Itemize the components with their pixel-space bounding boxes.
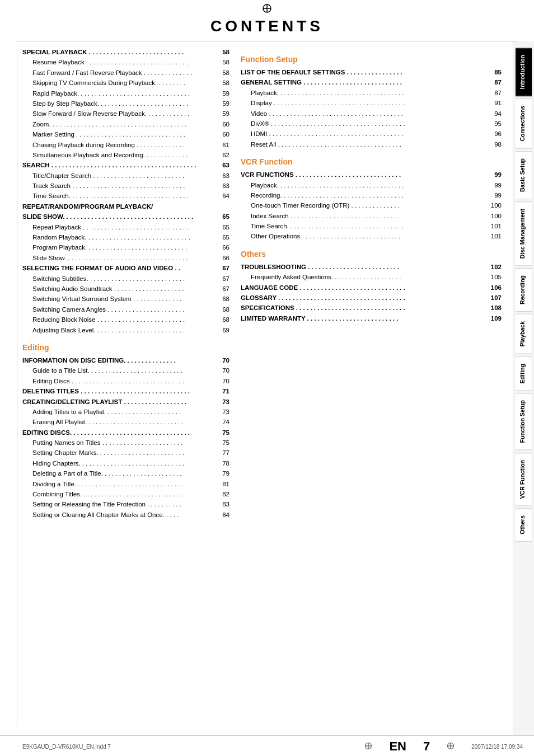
toc-entry: VCR FUNCTIONS . . . . . . . . . . . . . … <box>241 170 502 180</box>
toc-entry: Hiding Chapters. . . . . . . . . . . . .… <box>22 458 229 468</box>
toc-entry-page: 98 <box>485 139 502 149</box>
toc-entry-page: 78 <box>213 458 229 468</box>
toc-entry-title: GENERAL SETTING . . . . . . . . . . . . … <box>241 77 485 87</box>
toc-entry-title: Time Search. . . . . . . . . . . . . . .… <box>251 221 485 231</box>
toc-entry: Adding Titles to a Playlist. . . . . . .… <box>22 407 229 417</box>
toc-entry-page: 67 <box>213 263 229 273</box>
toc-entry-title: Dividing a Title. . . . . . . . . . . . … <box>32 479 213 489</box>
toc-entry-page: 75 <box>213 438 229 448</box>
toc-entry: Adjusting Black Level. . . . . . . . . .… <box>22 325 229 335</box>
toc-entry-title: Repeat Playback . . . . . . . . . . . . … <box>32 222 213 232</box>
toc-entry-title: Setting or Releasing the Title Protectio… <box>32 499 213 509</box>
toc-entry: Index Search . . . . . . . . . . . . . .… <box>241 211 502 221</box>
toc-entry: SEARCH . . . . . . . . . . . . . . . . .… <box>22 160 229 170</box>
toc-entry-page: 58 <box>213 78 229 88</box>
toc-entry-page: 108 <box>485 303 502 313</box>
toc-entry: TROUBLESHOOTING . . . . . . . . . . . . … <box>241 262 502 272</box>
toc-entry-title: Adding Titles to a Playlist. . . . . . .… <box>32 407 213 417</box>
toc-entry-page: 67 <box>213 274 229 284</box>
toc-entry-title: Resume Playback . . . . . . . . . . . . … <box>32 57 213 67</box>
toc-entry: Other Operations . . . . . . . . . . . .… <box>241 231 502 241</box>
toc-entry: Combining Titles. . . . . . . . . . . . … <box>22 489 229 499</box>
toc-entry: Time Search. . . . . . . . . . . . . . .… <box>22 191 229 201</box>
toc-entry-page: 73 <box>213 407 229 417</box>
toc-entry: Title/Chapter Search . . . . . . . . . .… <box>22 171 229 181</box>
toc-entry: CREATING/DELETING PLAYLIST . . . . . . .… <box>22 397 229 407</box>
toc-entry-title: Index Search . . . . . . . . . . . . . .… <box>251 211 485 221</box>
page-number: 7 <box>423 739 430 754</box>
toc-entry-page: 68 <box>213 294 229 304</box>
toc-entry: Playback. . . . . . . . . . . . . . . . … <box>241 180 502 190</box>
toc-entry-page: 66 <box>213 253 229 263</box>
toc-entry-title: TROUBLESHOOTING . . . . . . . . . . . . … <box>241 262 485 272</box>
toc-entry-title: Title/Chapter Search . . . . . . . . . .… <box>32 171 213 181</box>
toc-entry: DivX® . . . . . . . . . . . . . . . . . … <box>241 119 502 129</box>
toc-entry: Switching Subtitles. . . . . . . . . . .… <box>22 274 229 284</box>
toc-entry: Setting or Clearing All Chapter Marks at… <box>22 510 229 520</box>
toc-entry-title: SELECTING THE FORMAT OF AUDIO AND VIDEO … <box>22 263 213 273</box>
toc-entry: Switching Virtual Surround System . . . … <box>22 294 229 304</box>
sidebar-tab-function-setup[interactable]: Function Setup <box>516 393 532 450</box>
toc-entry-page: 99 <box>485 190 502 200</box>
sidebar-tab-playback[interactable]: Playback <box>516 314 532 354</box>
sidebar-tab-others[interactable]: Others <box>516 508 532 542</box>
toc-entry-title: Slide Show. . . . . . . . . . . . . . . … <box>32 253 213 263</box>
toc-entry-title: Putting Names on Titles . . . . . . . . … <box>32 438 213 448</box>
footer-right: EN 7 2007/12/18 17:09:34 <box>364 739 523 754</box>
toc-entry-title: Zoom. . . . . . . . . . . . . . . . . . … <box>32 119 213 129</box>
section-header: Function Setup <box>241 55 502 64</box>
toc-entry-title: Random Playback. . . . . . . . . . . . .… <box>32 232 213 242</box>
toc-entry-page: 65 <box>213 232 229 242</box>
toc-entry: Guide to a Title List. . . . . . . . . .… <box>22 365 229 375</box>
toc-entry-page: 74 <box>213 417 229 427</box>
toc-entry-title: Program Playback. . . . . . . . . . . . … <box>32 242 213 252</box>
toc-entry-page: 102 <box>485 262 502 272</box>
toc-entry-title: LANGUAGE CODE . . . . . . . . . . . . . … <box>241 283 485 293</box>
toc-entry-title: Rapid Playback. . . . . . . . . . . . . … <box>32 88 213 98</box>
sidebar-tab-disc-management[interactable]: Disc Management <box>516 201 532 266</box>
toc-entry-page: 61 <box>213 140 229 150</box>
toc-entry-page: 66 <box>213 242 229 252</box>
toc-entry: GENERAL SETTING . . . . . . . . . . . . … <box>241 77 502 87</box>
toc-entry-page: 70 <box>213 365 229 375</box>
toc-entry: GLOSSARY . . . . . . . . . . . . . . . .… <box>241 293 502 303</box>
sidebar-tab-connections[interactable]: Connections <box>516 98 532 149</box>
bottom-compass-right <box>447 742 455 751</box>
toc-entry-page: 100 <box>485 200 502 210</box>
toc-entry-title: Reset All . . . . . . . . . . . . . . . … <box>251 139 485 149</box>
sidebar-tabs: IntroductionConnectionsBasic SetupDisc M… <box>513 41 534 735</box>
sidebar-tab-recording[interactable]: Recording <box>516 268 532 312</box>
sidebar-tab-basic-setup[interactable]: Basic Setup <box>516 151 532 199</box>
main-content: SPECIAL PLAYBACK . . . . . . . . . . . .… <box>0 41 534 735</box>
toc-entry-page: 94 <box>485 109 502 119</box>
sidebar-tab-editing[interactable]: Editing <box>516 356 532 391</box>
sidebar-tab-introduction[interactable]: Introduction <box>516 48 532 96</box>
toc-entry-title: LIMITED WARRANTY . . . . . . . . . . . .… <box>241 313 485 323</box>
footer-file: E9KGAUD_D-VR610KU_EN.indd 7 <box>22 744 111 750</box>
toc-entry: Reset All . . . . . . . . . . . . . . . … <box>241 139 502 149</box>
section-header: Editing <box>22 343 229 352</box>
toc-entry: Simultaneous Playback and Recording. . .… <box>22 150 229 160</box>
toc-entry-page: 83 <box>213 499 229 509</box>
top-compass-symbol <box>0 3 534 15</box>
toc-entry-page: 58 <box>213 68 229 78</box>
toc-entry-page: 58 <box>213 57 229 67</box>
toc-entry-page: 91 <box>485 98 502 108</box>
toc-entry-title: Setting Chapter Marks. . . . . . . . . .… <box>32 448 213 458</box>
toc-entry-page <box>213 201 229 212</box>
toc-entry-page: 107 <box>485 293 502 303</box>
content-area: SPECIAL PLAYBACK . . . . . . . . . . . .… <box>0 41 513 735</box>
toc-entry: Slide Show. . . . . . . . . . . . . . . … <box>22 253 229 263</box>
toc-entry: Marker Setting . . . . . . . . . . . . .… <box>22 129 229 139</box>
toc-entry: LANGUAGE CODE . . . . . . . . . . . . . … <box>241 283 502 293</box>
toc-entry-page: 99 <box>485 180 502 190</box>
toc-entry: Reducing Block Noise . . . . . . . . . .… <box>22 314 229 325</box>
toc-entry-page: 65 <box>213 222 229 232</box>
toc-entry-title: Playback. . . . . . . . . . . . . . . . … <box>251 180 485 190</box>
toc-entry-page: 68 <box>213 304 229 314</box>
sidebar-tab-vcr-function[interactable]: VCR Function <box>516 453 532 506</box>
toc-entry: Deleting a Part of a Title. . . . . . . … <box>22 468 229 478</box>
toc-entry: Editing Discs . . . . . . . . . . . . . … <box>22 376 229 386</box>
toc-entry: Random Playback. . . . . . . . . . . . .… <box>22 232 229 242</box>
bottom-bar: E9KGAUD_D-VR610KU_EN.indd 7 EN 7 2007/12… <box>0 735 534 756</box>
